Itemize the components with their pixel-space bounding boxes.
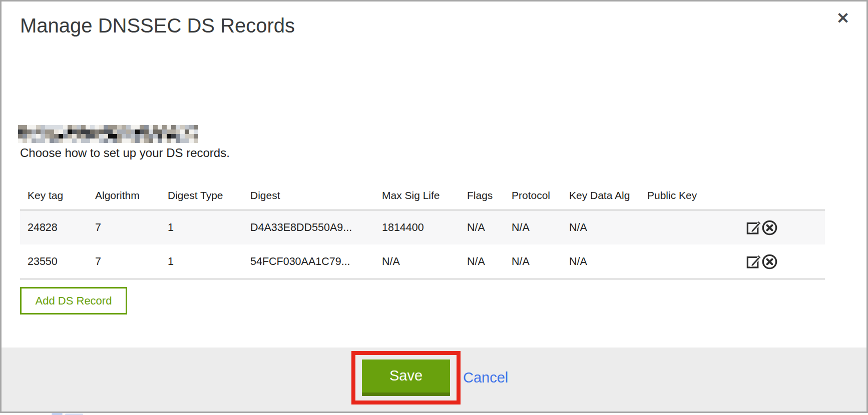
background-artifact [52,413,63,415]
save-button[interactable]: Save [362,360,450,396]
cell-public-key [640,210,738,244]
cell-actions [738,210,825,244]
edit-record-icon[interactable] [746,254,761,270]
manage-dnssec-dialog: ✕ Manage DNSSEC DS Records Choose how to… [0,0,868,413]
dialog-footer: Save Cancel [2,348,866,412]
column-header-max-sig-life: Max Sig Life [374,181,460,210]
cell-digest-type: 1 [160,210,243,244]
cancel-link[interactable]: Cancel [463,370,508,386]
cell-protocol: N/A [504,244,562,279]
annotation-highlight-box: Save [351,351,461,404]
delete-record-icon[interactable] [762,254,777,270]
column-header-key-tag: Key tag [20,181,88,210]
cell-flags: N/A [460,244,504,279]
cell-algorithm: 7 [88,210,160,244]
redacted-domain-name [18,125,198,143]
cell-public-key [640,244,738,279]
delete-record-icon[interactable] [762,220,777,236]
ds-records-table: Key tag Algorithm Digest Type Digest Max… [20,181,825,280]
background-page-content [0,413,868,415]
instruction-text: Choose how to set up your DS records. [20,146,230,160]
cell-key-tag: 23550 [20,244,88,279]
cell-digest: 54FCF030AA1C79... [243,244,374,279]
cell-protocol: N/A [504,210,562,244]
column-header-key-data-alg: Key Data Alg [562,181,640,210]
table-row: 23550 7 1 54FCF030AA1C79... N/A N/A N/A … [20,244,825,279]
column-header-protocol: Protocol [504,181,562,210]
cell-max-sig-life: N/A [374,244,460,279]
column-header-public-key: Public Key [640,181,738,210]
cell-flags: N/A [460,210,504,244]
add-ds-record-button[interactable]: Add DS Record [20,287,127,314]
table-header-row: Key tag Algorithm Digest Type Digest Max… [20,181,825,210]
table-row: 24828 7 1 D4A33E8DD550A9... 1814400 N/A … [20,210,825,244]
cell-actions [738,244,825,279]
cell-digest-type: 1 [160,244,243,279]
column-header-actions [738,181,825,210]
column-header-digest-type: Digest Type [160,181,243,210]
dialog-title: Manage DNSSEC DS Records [20,14,295,37]
cell-key-data-alg: N/A [562,210,640,244]
cell-key-data-alg: N/A [562,244,640,279]
column-header-flags: Flags [460,181,504,210]
column-header-algorithm: Algorithm [88,181,160,210]
column-header-digest: Digest [243,181,374,210]
cell-algorithm: 7 [88,244,160,279]
cell-max-sig-life: 1814400 [374,210,460,244]
edit-record-icon[interactable] [746,220,761,236]
close-icon[interactable]: ✕ [836,10,849,26]
cell-key-tag: 24828 [20,210,88,244]
cell-digest: D4A33E8DD550A9... [243,210,374,244]
